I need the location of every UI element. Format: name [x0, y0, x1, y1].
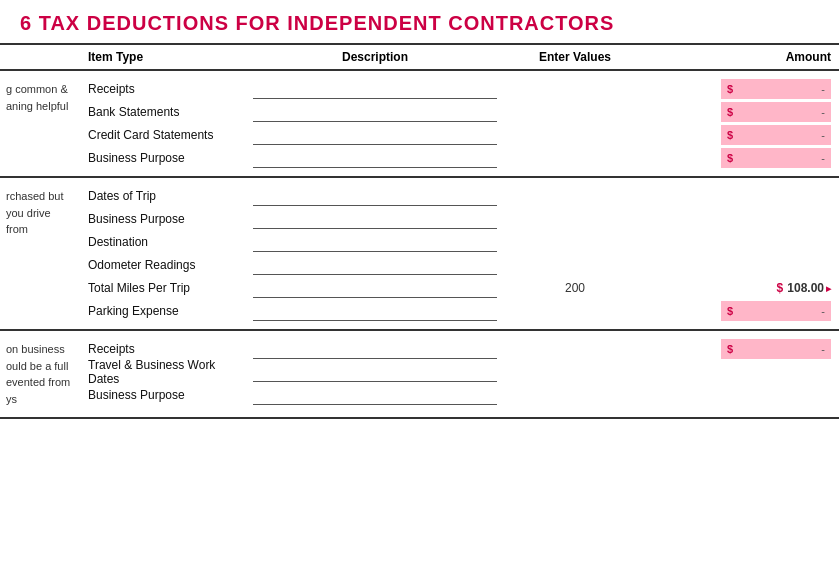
dollar-sign: $ [727, 305, 733, 317]
amount-cell-total-miles: $ 108.00 ▸ [721, 278, 831, 298]
amount-cell: $ - [721, 102, 831, 122]
section-1-evs [505, 79, 645, 168]
desc-line [253, 232, 497, 252]
dollar-sign: $ [727, 83, 733, 95]
list-item: Odometer Readings [88, 255, 245, 275]
list-item: Business Purpose [88, 148, 245, 168]
table-header: Item Type Description Enter Values Amoun… [0, 43, 839, 71]
section-2: rchased but you drive from Dates of Trip… [0, 178, 839, 331]
desc-line [253, 255, 497, 275]
col-header-enter-values: Enter Values [505, 50, 645, 64]
dollar-sign: $ [777, 281, 784, 295]
page-title: 6 TAX DEDUCTIONS FOR INDEPENDENT CONTRAC… [20, 12, 819, 35]
list-item: Receipts [88, 339, 245, 359]
list-item: Total Miles Per Trip [88, 278, 245, 298]
section-2-items: Dates of Trip Business Purpose Destinati… [80, 186, 245, 321]
amount-value: - [821, 83, 825, 95]
amount-value: 108.00 [787, 281, 824, 295]
section-3-descs [245, 339, 505, 409]
amount-value: - [821, 129, 825, 141]
section-3-note: on business ould be a full evented from … [0, 339, 80, 409]
desc-line [253, 301, 497, 321]
col-header-item-type: Item Type [80, 50, 245, 64]
section-1-items: Receipts Bank Statements Credit Card Sta… [80, 79, 245, 168]
section-3: on business ould be a full evented from … [0, 331, 839, 419]
page-header: 6 TAX DEDUCTIONS FOR INDEPENDENT CONTRAC… [0, 0, 839, 43]
list-item: Travel & Business Work Dates [88, 362, 245, 382]
amount-cell-parking: $ - [721, 301, 831, 321]
amount-value: - [821, 106, 825, 118]
section-1: g common & aning helpful Receipts Bank S… [0, 71, 839, 178]
dollar-sign: $ [727, 343, 733, 355]
corner-marker: ▸ [826, 283, 831, 294]
col-header-amount: Amount [645, 50, 839, 64]
list-item: Parking Expense [88, 301, 245, 321]
amount-value: - [821, 152, 825, 164]
list-item: Bank Statements [88, 102, 245, 122]
list-item: Dates of Trip [88, 186, 245, 206]
enter-value-total-miles: 200 [513, 278, 637, 298]
amount-cell: $ - [721, 148, 831, 168]
list-item: Business Purpose [88, 209, 245, 229]
section-1-descs [245, 79, 505, 168]
desc-line [253, 385, 497, 405]
header-spacer [0, 50, 80, 64]
amount-cell: $ - [721, 79, 831, 99]
list-item: Business Purpose [88, 385, 245, 405]
section-2-note: rchased but you drive from [0, 186, 80, 321]
desc-line [253, 362, 497, 382]
desc-line [253, 209, 497, 229]
section-2-evs: 200 [505, 186, 645, 321]
desc-line [253, 125, 497, 145]
section-2-amts: $ 108.00 ▸ $ - [645, 186, 839, 321]
section-3-evs [505, 339, 645, 409]
amount-value: - [821, 305, 825, 317]
section-3-items: Receipts Travel & Business Work Dates Bu… [80, 339, 245, 409]
desc-line [253, 339, 497, 359]
section-3-amts: $ - [645, 339, 839, 409]
list-item: Receipts [88, 79, 245, 99]
col-header-description: Description [245, 50, 505, 64]
dollar-sign: $ [727, 129, 733, 141]
desc-line [253, 186, 497, 206]
page-container: 6 TAX DEDUCTIONS FOR INDEPENDENT CONTRAC… [0, 0, 839, 419]
amount-cell-receipts: $ - [721, 339, 831, 359]
section-1-note: g common & aning helpful [0, 79, 80, 168]
list-item: Credit Card Statements [88, 125, 245, 145]
dollar-sign: $ [727, 106, 733, 118]
section-2-descs [245, 186, 505, 321]
desc-line [253, 102, 497, 122]
section-1-amts: $ - $ - $ - $ - [645, 79, 839, 168]
list-item: Destination [88, 232, 245, 252]
dollar-sign: $ [727, 152, 733, 164]
amount-value: - [821, 343, 825, 355]
desc-line [253, 79, 497, 99]
desc-line [253, 278, 497, 298]
desc-line [253, 148, 497, 168]
amount-cell: $ - [721, 125, 831, 145]
